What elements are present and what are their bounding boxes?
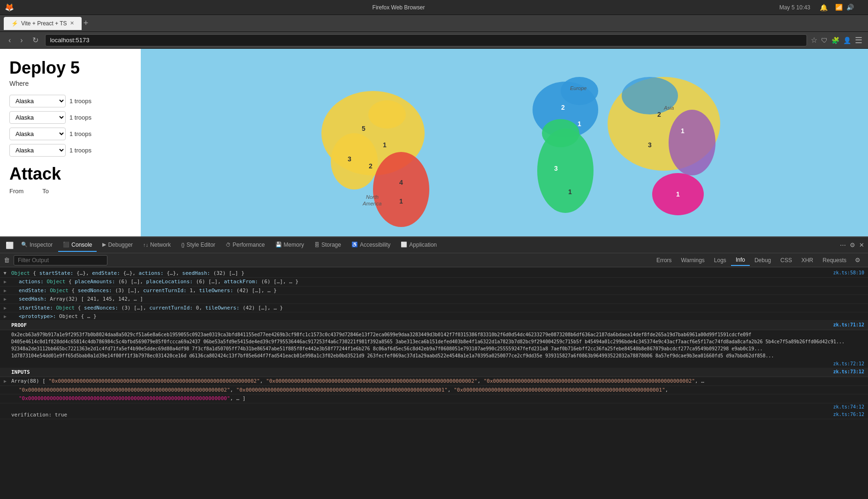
tab-inspector[interactable]: 🔍 Inspector [16,239,57,252]
volume-icon: 🔊 [846,4,854,11]
filter-input[interactable] [14,255,107,265]
storage-label: Storage [321,242,341,248]
inputs-cont-line[interactable]: "0x0000000000000000000000000000000000000… [0,386,868,394]
memory-label: Memory [284,242,304,248]
log-tab-xhr[interactable]: XHR [797,255,818,265]
proof-header: PROOF zk.ts:71:12 [0,321,868,330]
menu-icon[interactable]: ☰ [855,35,862,45]
svg-text:5: 5 [362,125,365,132]
log-tab-css[interactable]: CSS [776,255,797,265]
tab-debugger[interactable]: ▶ Debugger [98,239,137,252]
svg-text:Asia: Asia [663,105,674,111]
devtools-more-icon[interactable]: ⋯ [840,242,846,249]
tab-console[interactable]: ⬛ Console [58,239,97,252]
log-tab-logs[interactable]: Logs [709,255,731,265]
back-button[interactable]: ‹ [6,35,14,45]
debugger-icon: ▶ [102,242,106,248]
svg-text:1: 1 [568,188,572,196]
from-label: From [9,188,23,195]
inputs-cont-line-2[interactable]: "0x0000000000000000000000000000000000000… [0,394,868,403]
expand-arrow[interactable]: ▶ [2,272,8,275]
trash-icon[interactable]: 🗑 [4,257,10,264]
tab-accessibility[interactable]: ♿ Accessibility [347,239,395,252]
svg-text:1: 1 [578,120,581,128]
territory-select-1[interactable]: Alaska [9,111,66,124]
log-tab-errors[interactable]: Errors [652,255,677,265]
page-title: Deploy 5 [9,58,131,78]
expand-arrow-inputs[interactable]: ▶ [4,378,7,385]
expand-arrow-proto[interactable]: ▶ [4,313,7,320]
territory-select-3[interactable]: Alaska [9,144,66,157]
accessibility-icon: ♿ [351,242,358,248]
svg-point-6 [561,77,598,105]
svg-text:4: 4 [399,179,403,186]
proof-text: 0x2ecb63a979b917a1e9f2953f7b0b8024daa8a5… [0,330,868,360]
reload-button[interactable]: ↻ [30,35,41,45]
territory-row: Alaska 1 troops [9,95,131,107]
tab-network[interactable]: ↑↓ Network [138,239,175,252]
console-prototype-line[interactable]: ▶ <prototype>: Object { … } [0,312,868,321]
wifi-icon: 📶 [835,4,843,11]
browser-icon: 🦊 [5,3,14,12]
active-tab[interactable]: ⚡ Vite + Preact + TS ✕ [4,17,82,30]
tab-performance[interactable]: ⏱ Performance [221,239,270,252]
inputs-location-2[interactable]: zk.ts:74:12 [833,404,864,410]
log-tab-requests[interactable]: Requests [818,255,851,265]
devtools-settings-icon[interactable]: ⚙ [850,242,855,249]
log-tab-info[interactable]: Info [731,255,750,266]
territory-select-0[interactable]: Alaska [9,95,66,107]
tab-storage[interactable]: 🗄 Storage [310,239,346,252]
console-startstate-line[interactable]: ▶ startState: Object { seedNonces: (3) [… [0,304,868,312]
startstate-text: startState: Object { seedNonces: (3) […]… [19,304,864,311]
line-location-1[interactable]: zk.ts:58:10 [833,270,864,276]
bookmark-icon[interactable]: ☆ [811,36,817,45]
filter-settings-icon[interactable]: ⚙ [851,257,864,264]
attack-row: From To [9,188,131,195]
profile-icon[interactable]: 👤 [843,37,851,44]
console-actions-line[interactable]: ▶ actions: Object { placeAmounts: (6) […… [0,278,868,286]
expand-arrow-endstate[interactable]: ▶ [4,287,7,294]
devtools-panel: ⬜ 🔍 Inspector ⬛ Console ▶ Debugger ↑↓ Ne… [0,236,868,499]
object-text: Object { startState: {…}, endState: {…},… [11,270,830,277]
expand-arrow-startstate[interactable]: ▶ [4,305,7,311]
devtools-close-icon[interactable]: ✕ [859,242,864,249]
console-endstate-line[interactable]: ▶ endState: Object { seedNonces: (3) […]… [0,287,868,295]
page-content: Deploy 5 Where Alaska 1 troops Alaska 1 … [0,49,868,236]
devtools-pick-icon[interactable]: ⬜ [4,240,15,251]
to-label: To [42,188,49,195]
new-tab-button[interactable]: + [84,18,89,28]
log-tab-debug[interactable]: Debug [750,255,776,265]
proof-location-2[interactable]: zk.ts:72:12 [833,361,864,367]
expand-arrow-actions[interactable]: ▶ [4,279,7,285]
territory-select-2[interactable]: Alaska [9,128,66,140]
console-output[interactable]: ▶ Object { startState: {…}, endState: {…… [0,267,868,499]
extensions-icon[interactable]: 🧩 [831,37,839,44]
console-object-line[interactable]: ▶ Object { startState: {…}, endState: {…… [0,269,868,278]
verification-location[interactable]: zk.ts:76:12 [833,411,864,418]
expand-arrow-seedhash[interactable]: ▶ [4,296,7,302]
inputs-array-line[interactable]: ▶ Array(88) [ "0x00000000000000000000000… [0,377,868,386]
url-bar[interactable] [45,34,807,46]
log-tab-warnings[interactable]: Warnings [677,255,709,265]
svg-text:2: 2 [369,162,373,170]
browser-titlebar: 🦊 Firefox Web Browser May 5 10:43 🔔 📶 🔊 [0,0,868,15]
svg-point-3 [368,100,406,129]
tab-close-button[interactable]: ✕ [70,20,74,26]
attack-section: Attack From To [9,164,131,195]
svg-point-8 [542,119,579,147]
console-label: Console [71,242,92,248]
memory-icon: 💾 [275,242,282,248]
tab-memory[interactable]: 💾 Memory [271,239,309,252]
tab-application[interactable]: ⬜ Application [396,239,442,252]
console-seedhash-line[interactable]: ▶ seedHash: Array(32) [ 241, 145, 142, …… [0,295,868,303]
svg-text:1: 1 [676,190,680,198]
network-label: Network [150,242,171,248]
tab-style-editor[interactable]: {} Style Editor [176,239,220,252]
verification-line[interactable]: verification: true zk.ts:76:12 [0,411,868,419]
proof-location[interactable]: zk.ts:71:12 [833,322,864,327]
endstate-text: endState: Object { seedNonces: (3) […], … [19,287,864,294]
forward-button[interactable]: › [17,35,25,45]
svg-text:3: 3 [648,141,652,149]
tab-favicon: ⚡ [11,20,18,27]
inputs-location[interactable]: zk.ts:73:12 [833,369,864,374]
